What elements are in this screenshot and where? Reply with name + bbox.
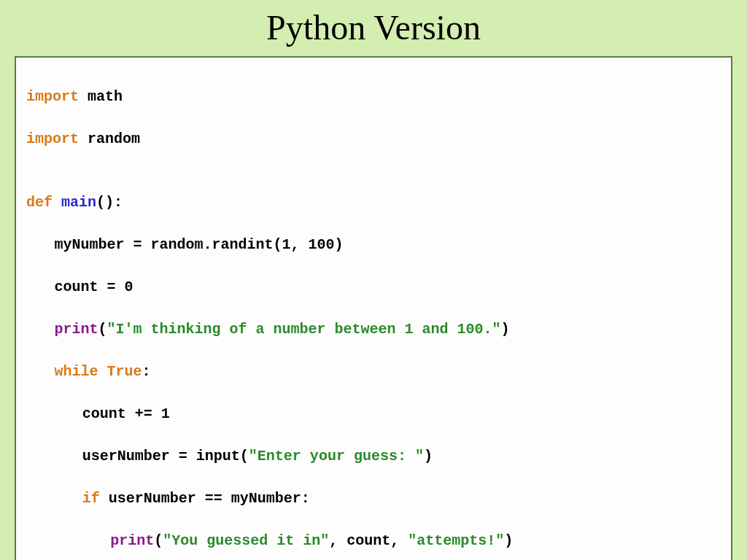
code-text: ) [424,448,433,464]
code-line: userNumber = input("Enter your guess: ") [26,446,721,467]
string: "Enter your guess: " [249,448,424,464]
code-text: , count, [329,532,408,549]
code-text: userNumber = input( [82,448,249,464]
code-line: if userNumber == myNumber: [26,488,721,509]
string: "You guessed it in" [163,532,329,549]
code-text: : [142,363,150,380]
string: "I'm thinking of a number between 1 and … [107,321,500,338]
code-text: userNumber == myNumber: [100,490,310,507]
code-line: count += 1 [26,403,721,424]
code-line: def main(): [26,192,721,213]
code-text: random [79,131,140,147]
code-line: myNumber = random.randint(1, 100) [26,234,721,255]
code-line: import random [26,128,721,149]
kw-if: if [82,490,100,507]
code-block: import math import random def main(): my… [15,56,732,560]
code-line: while True: [26,361,721,382]
code-text: (): [96,194,123,211]
kw-def: def [26,194,53,211]
code-line: count = 0 [26,276,721,298]
code-text: ) [501,321,510,338]
code-text: ( [98,321,107,338]
code-text [98,363,107,380]
slide: Python Version import math import random… [0,0,747,560]
fn-name: main [61,194,96,211]
code-line: print("You guessed it in", count, "attem… [26,530,721,551]
kw-import: import [26,88,79,105]
slide-title: Python Version [15,7,732,47]
code-line: import math [26,86,721,107]
kw-true: True [107,363,142,380]
code-text: ( [154,532,163,549]
kw-print: print [110,532,154,549]
code-line: print("I'm thinking of a number between … [26,319,721,340]
string: "attempts!" [408,532,504,549]
kw-while: while [54,363,98,380]
code-text [53,194,61,211]
code-text: math [79,88,123,105]
kw-print: print [54,321,98,338]
code-text: ) [504,532,513,549]
kw-import: import [26,131,79,147]
